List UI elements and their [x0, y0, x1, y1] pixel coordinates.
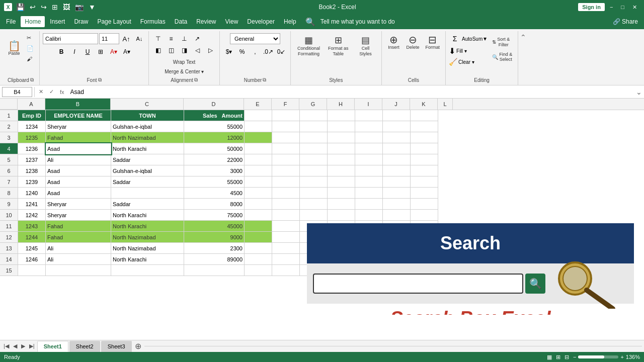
cell-6a[interactable]: 1238 — [18, 165, 46, 176]
sort-filter-button[interactable]: ⇅ Sort &Filter — [490, 35, 515, 49]
cell-3d[interactable]: 12000 — [184, 132, 245, 143]
cell-9c[interactable]: Saddar — [111, 199, 184, 210]
row-header-8[interactable]: 8 — [0, 188, 18, 199]
cell-13c[interactable]: North Nazimabad — [111, 243, 184, 254]
row-header-5[interactable]: 5 — [0, 154, 18, 165]
cell-9a[interactable]: 1241 — [18, 199, 46, 210]
cell-3g[interactable] — [300, 132, 328, 143]
cell-11c[interactable]: North Karachi — [111, 221, 184, 232]
cell-9f[interactable] — [272, 199, 300, 210]
picture-icon[interactable]: 🖼 — [62, 2, 71, 12]
cell-5k[interactable] — [411, 154, 438, 165]
align-top-button[interactable]: ⊤ — [152, 33, 164, 44]
cell-2i[interactable] — [355, 121, 383, 132]
share-button[interactable]: 🔗 Share — [609, 16, 642, 27]
align-center-button[interactable]: ◫ — [165, 45, 177, 56]
cell-5e[interactable] — [245, 154, 272, 165]
insert-function-icon[interactable]: fx — [58, 89, 66, 95]
cell-2h[interactable] — [328, 121, 355, 132]
add-sheet-button[interactable]: ⊕ — [133, 340, 143, 352]
col-header-d[interactable]: D — [184, 99, 244, 110]
cell-13d[interactable]: 2300 — [184, 243, 245, 254]
cell-12e[interactable] — [245, 232, 272, 243]
cell-5j[interactable] — [383, 154, 411, 165]
undo-icon[interactable]: ↩ — [29, 2, 37, 12]
cell-11d[interactable]: 45000 — [184, 221, 245, 232]
autosum-dropdown-icon[interactable]: ▾ — [484, 35, 487, 42]
cell-1g[interactable] — [300, 110, 328, 121]
cell-10i[interactable] — [355, 210, 383, 221]
cell-6k[interactable] — [411, 165, 438, 176]
menu-help[interactable]: Help — [280, 16, 300, 27]
cell-15d[interactable] — [184, 265, 245, 276]
col-header-g[interactable]: G — [299, 99, 327, 110]
bold-button[interactable]: B — [55, 46, 67, 57]
col-header-f[interactable]: F — [272, 99, 299, 110]
cell-6b[interactable]: Asad — [46, 165, 111, 176]
menu-file[interactable]: File — [2, 16, 20, 27]
cell-14d[interactable]: 89000 — [184, 254, 245, 265]
col-header-h[interactable]: H — [327, 99, 355, 110]
row-header-10[interactable]: 10 — [0, 210, 18, 221]
decrease-decimal-button[interactable]: 0↙ — [275, 46, 287, 57]
zoom-slider[interactable] — [578, 355, 618, 358]
row-header-2[interactable]: 2 — [0, 121, 18, 132]
cell-14b[interactable]: Ali — [46, 254, 111, 265]
cell-5d[interactable]: 22000 — [184, 154, 245, 165]
cell-4k[interactable] — [411, 143, 438, 154]
format-painter-button[interactable]: 🖌 — [24, 54, 36, 63]
row-header-15[interactable]: 15 — [0, 265, 18, 276]
cell-7e[interactable] — [245, 176, 272, 188]
clipboard-expand-icon[interactable]: ⧉ — [30, 77, 34, 83]
conditional-formatting-button[interactable]: ▦ ConditionalFormatting — [294, 33, 324, 58]
cell-10e[interactable] — [245, 210, 272, 221]
cell-9i[interactable] — [355, 199, 383, 210]
cell-10k[interactable] — [411, 210, 438, 221]
menu-formulas[interactable]: Formulas — [136, 16, 170, 27]
cell-10f[interactable] — [272, 210, 300, 221]
cell-styles-button[interactable]: ▤ CellStyles — [353, 33, 378, 58]
cell-6j[interactable] — [383, 165, 411, 176]
fill-color-button[interactable]: A▾ — [108, 46, 120, 57]
font-size-input[interactable] — [99, 33, 119, 44]
cell-8e[interactable] — [245, 188, 272, 199]
cell-8c[interactable] — [111, 188, 184, 199]
cell-12c[interactable]: North Nazimabad — [111, 232, 184, 243]
row-header-7[interactable]: 7 — [0, 176, 18, 188]
cell-3e[interactable] — [245, 132, 272, 143]
cell-9h[interactable] — [328, 199, 355, 210]
cell-3j[interactable] — [383, 132, 411, 143]
cell-1i[interactable] — [355, 110, 383, 121]
cell-11e[interactable] — [245, 221, 272, 232]
cell-2c[interactable]: Gulshan-e-iqbal — [111, 121, 184, 132]
col-header-j[interactable]: J — [382, 99, 410, 110]
clear-label[interactable]: Clear ▾ — [458, 59, 474, 65]
cell-3i[interactable] — [355, 132, 383, 143]
cell-3h[interactable] — [328, 132, 355, 143]
font-expand-icon[interactable]: ⧉ — [98, 77, 102, 83]
row-header-3[interactable]: 3 — [0, 132, 18, 143]
cell-5a[interactable]: 1237 — [18, 154, 46, 165]
cell-12f[interactable] — [272, 232, 300, 243]
cell-14a[interactable]: 1246 — [18, 254, 46, 265]
collapse-ribbon-button[interactable]: ⌃ — [518, 31, 528, 85]
indent-decrease-button[interactable]: ◁ — [191, 45, 203, 56]
copy-button[interactable]: 📄 — [24, 44, 36, 53]
cell-3k[interactable] — [411, 132, 438, 143]
cell-9e[interactable] — [245, 199, 272, 210]
cell-8h[interactable] — [328, 188, 355, 199]
cell-9b[interactable]: Sheryar — [46, 199, 111, 210]
cell-2e[interactable] — [245, 121, 272, 132]
cell-3c[interactable]: North Nazimabad — [111, 132, 184, 143]
cell-7d[interactable]: 55000 — [184, 176, 245, 188]
cell-12a[interactable]: 1244 — [18, 232, 46, 243]
zoom-out-button[interactable]: − — [573, 354, 576, 360]
cell-1e[interactable] — [245, 110, 272, 121]
cell-8j[interactable] — [383, 188, 411, 199]
cell-11b[interactable]: Fahad — [46, 221, 111, 232]
orientation-button[interactable]: ↗ — [191, 33, 203, 44]
cell-2j[interactable] — [383, 121, 411, 132]
cell-2g[interactable] — [300, 121, 328, 132]
cut-button[interactable]: ✂ — [24, 33, 36, 43]
col-header-k[interactable]: K — [410, 99, 438, 110]
